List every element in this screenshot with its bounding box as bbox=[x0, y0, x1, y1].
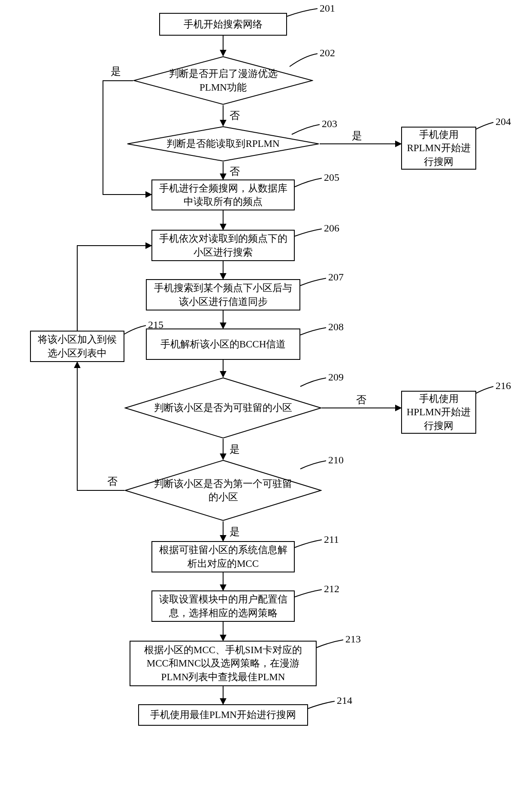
step-number-213: 213 bbox=[345, 633, 361, 645]
step-text: 根据可驻留小区的系统信息解析出对应的MCC bbox=[157, 543, 290, 570]
step-number-203: 203 bbox=[322, 118, 337, 130]
step-text: 手机使用最佳PLMN开始进行搜网 bbox=[150, 708, 296, 721]
step-208: 手机解析该小区的BCCH信道 bbox=[146, 329, 300, 360]
step-number-206: 206 bbox=[324, 222, 339, 234]
label-203-yes: 是 bbox=[352, 129, 362, 143]
label-202-no: 否 bbox=[230, 109, 240, 122]
step-number-207: 207 bbox=[328, 271, 344, 283]
step-text: 根据小区的MCC、手机SIM卡对应的MCC和MNC以及选网策略，在漫游PLMN列… bbox=[135, 643, 311, 683]
label-203-no: 否 bbox=[230, 164, 240, 178]
step-216: 手机使用HPLMN开始进行搜网 bbox=[401, 391, 476, 434]
step-number-204: 204 bbox=[496, 116, 511, 128]
step-number-208: 208 bbox=[328, 321, 344, 333]
step-text: 读取设置模块中的用户配置信息，选择相应的选网策略 bbox=[157, 593, 290, 619]
decision-209: 判断该小区是否为可驻留的小区 bbox=[124, 377, 322, 439]
step-number-210: 210 bbox=[328, 454, 344, 466]
step-206: 手机依次对读取到的频点下的小区进行搜索 bbox=[151, 230, 295, 261]
decision-202: 判断是否开启了漫游优选PLMN功能 bbox=[133, 56, 313, 105]
step-number-216: 216 bbox=[496, 380, 511, 392]
step-213: 根据小区的MCC、手机SIM卡对应的MCC和MNC以及选网策略，在漫游PLMN列… bbox=[130, 641, 317, 686]
step-text: 将该小区加入到候选小区列表中 bbox=[35, 333, 119, 359]
step-215: 将该小区加入到候选小区列表中 bbox=[30, 331, 124, 362]
step-text: 手机使用RPLMN开始进行搜网 bbox=[406, 128, 471, 168]
step-205: 手机进行全频搜网，从数据库中读取所有的频点 bbox=[151, 179, 295, 210]
step-201-start: 手机开始搜索网络 bbox=[159, 13, 287, 36]
label-210-no: 否 bbox=[107, 475, 118, 488]
step-number-209: 209 bbox=[328, 371, 344, 383]
step-number-202: 202 bbox=[320, 47, 335, 59]
step-text: 手机依次对读取到的频点下的小区进行搜索 bbox=[157, 232, 290, 259]
label-202-yes: 是 bbox=[111, 64, 121, 78]
label-209-yes: 是 bbox=[230, 442, 240, 456]
step-text: 手机使用HPLMN开始进行搜网 bbox=[406, 392, 471, 432]
decision-210: 判断该小区是否为第一个可驻留的小区 bbox=[124, 459, 322, 521]
step-214: 手机使用最佳PLMN开始进行搜网 bbox=[138, 704, 308, 726]
step-text: 手机开始搜索网络 bbox=[184, 18, 263, 31]
step-211: 根据可驻留小区的系统信息解析出对应的MCC bbox=[151, 541, 295, 572]
step-text: 手机解析该小区的BCCH信道 bbox=[160, 338, 286, 351]
step-number-205: 205 bbox=[324, 172, 339, 183]
label-209-no: 否 bbox=[356, 393, 366, 407]
step-text: 手机搜索到某个频点下小区后与该小区进行信道同步 bbox=[151, 281, 295, 308]
step-number-201: 201 bbox=[320, 3, 335, 14]
step-number-211: 211 bbox=[324, 534, 339, 545]
step-text: 判断是否开启了漫游优选PLMN功能 bbox=[159, 67, 287, 94]
step-number-215: 215 bbox=[148, 319, 163, 331]
label-210-yes: 是 bbox=[230, 525, 240, 538]
step-207: 手机搜索到某个频点下小区后与该小区进行信道同步 bbox=[146, 279, 300, 310]
step-text: 手机进行全频搜网，从数据库中读取所有的频点 bbox=[157, 182, 290, 208]
step-text: 判断该小区是否为可驻留的小区 bbox=[154, 401, 292, 414]
step-204: 手机使用RPLMN开始进行搜网 bbox=[401, 127, 476, 170]
step-text: 判断是否能读取到RPLMN bbox=[166, 137, 279, 150]
decision-203: 判断是否能读取到RPLMN bbox=[127, 126, 320, 162]
step-number-214: 214 bbox=[337, 695, 352, 706]
step-number-212: 212 bbox=[324, 583, 339, 595]
flowchart-canvas: 手机开始搜索网络 201 判断是否开启了漫游优选PLMN功能 202 是 否 判… bbox=[0, 0, 532, 791]
step-212: 读取设置模块中的用户配置信息，选择相应的选网策略 bbox=[151, 590, 295, 622]
step-text: 判断该小区是否为第一个可驻留的小区 bbox=[150, 477, 296, 504]
